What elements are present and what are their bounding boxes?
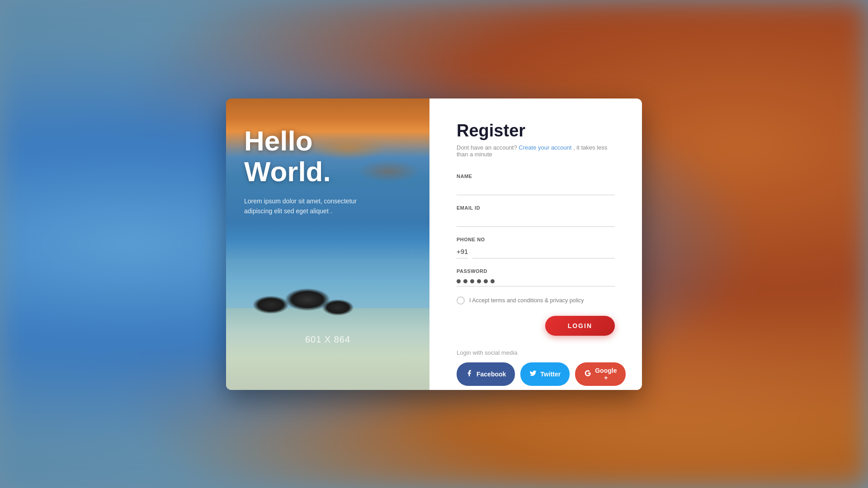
facebook-login-button[interactable]: Facebook — [457, 362, 515, 386]
subtitle-text: Dont have an account? — [457, 144, 517, 151]
social-label: Login with social media — [457, 349, 615, 356]
twitter-icon — [529, 370, 537, 379]
twitter-label: Twitter — [540, 371, 561, 378]
name-input[interactable] — [457, 182, 615, 195]
dot-4 — [477, 279, 481, 283]
google-icon — [584, 370, 591, 379]
phone-row: +91 — [457, 245, 615, 258]
name-field-group: NAME — [457, 174, 615, 195]
phone-input[interactable] — [472, 245, 615, 258]
lorem-paragraph: Lorem ipsum dolor sit amet, consectetur … — [244, 196, 371, 216]
name-label: NAME — [457, 174, 615, 179]
password-dots-display — [457, 277, 615, 286]
hello-line: Hello — [244, 125, 313, 156]
terms-row: I Accept terms and conditions & privacy … — [457, 296, 615, 305]
google-label: Google + — [595, 367, 617, 381]
password-label: PASSWORD — [457, 268, 615, 274]
modal-container: Hello World. Lorem ipsum dolor sit amet,… — [226, 99, 642, 390]
dot-2 — [463, 279, 467, 283]
subtitle: Dont have an account? Create your accoun… — [457, 144, 615, 158]
left-panel: Hello World. Lorem ipsum dolor sit amet,… — [226, 99, 429, 390]
facebook-icon — [466, 370, 473, 379]
dot-5 — [484, 279, 488, 283]
password-field-group: PASSWORD — [457, 268, 615, 286]
image-dimensions: 601 X 864 — [226, 334, 429, 390]
phone-label: PHONE NO — [457, 237, 615, 242]
login-button[interactable]: LOGIN — [545, 316, 615, 336]
email-field-group: EMAIL ID — [457, 205, 615, 227]
twitter-login-button[interactable]: Twitter — [520, 362, 570, 386]
phone-field-group: PHONE NO +91 — [457, 237, 615, 258]
dot-1 — [457, 279, 461, 283]
world-line: World. — [244, 156, 331, 187]
phone-prefix: +91 — [457, 248, 468, 258]
right-panel: Register Dont have an account? Create yo… — [429, 99, 642, 390]
terms-label: I Accept terms and conditions & privacy … — [469, 297, 584, 304]
hero-heading: Hello World. — [244, 126, 411, 187]
google-login-button[interactable]: Google + — [575, 362, 626, 386]
social-buttons-row: Facebook Twitter Google + — [457, 362, 615, 386]
register-title: Register — [457, 121, 615, 141]
facebook-label: Facebook — [476, 371, 506, 378]
terms-checkbox[interactable] — [457, 296, 465, 305]
dot-3 — [470, 279, 474, 283]
left-text-overlay: Hello World. Lorem ipsum dolor sit amet,… — [226, 99, 429, 390]
email-input[interactable] — [457, 213, 615, 227]
dot-6 — [491, 279, 495, 283]
create-account-link[interactable]: Create your account — [519, 144, 571, 151]
email-label: EMAIL ID — [457, 205, 615, 211]
login-btn-row: LOGIN — [457, 316, 615, 336]
